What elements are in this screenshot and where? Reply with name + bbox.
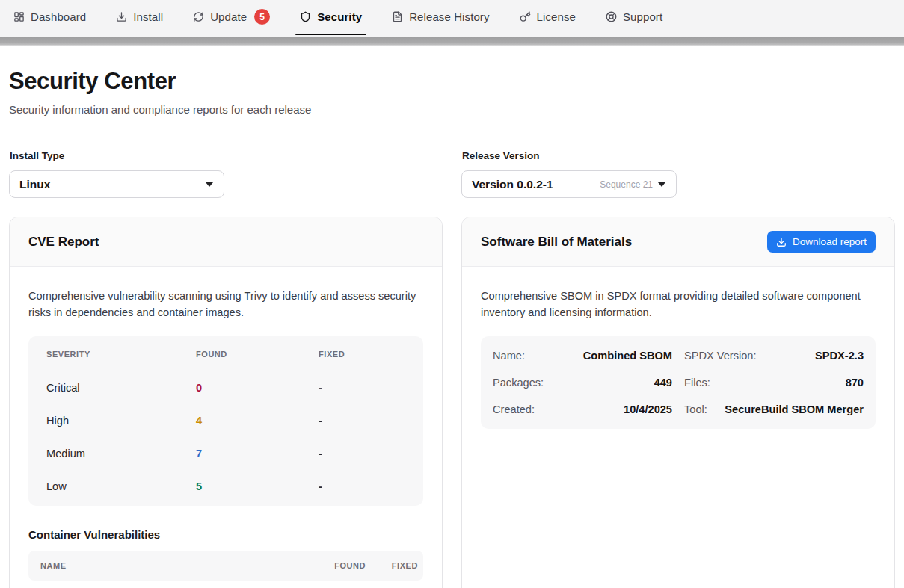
cve-card-title: CVE Report: [28, 235, 99, 250]
fixed-count: -: [319, 480, 405, 492]
found-column-header: FOUND: [196, 350, 319, 359]
detail-value: SecureBuild SBOM Merger: [725, 403, 864, 415]
nav-item-update[interactable]: Update 5: [188, 0, 274, 37]
sbom-detail-spdx-version: SPDX Version: SPDX-2.3: [684, 342, 864, 369]
nav-item-release-history[interactable]: Release History: [387, 0, 493, 37]
detail-label: Packages:: [493, 377, 544, 389]
top-navbar: Dashboard Install Update 5 Security: [0, 0, 904, 37]
release-version-filter: Release Version Version 0.0.2-1 Sequence…: [461, 150, 895, 198]
sbom-detail-tool: Tool: SecureBuild SBOM Merger: [684, 396, 864, 423]
nav-item-label: Install: [133, 10, 163, 23]
detail-value: 449: [654, 377, 672, 389]
release-version-select[interactable]: Version 0.0.2-1 Sequence 21: [461, 170, 677, 198]
page-subtitle: Security information and compliance repo…: [9, 103, 895, 116]
table-row-medium: Medium 7 -: [28, 437, 423, 470]
main-content: Security Center Security information and…: [0, 46, 904, 588]
cve-card-body: Comprehensive vulnerability scanning usi…: [10, 267, 442, 588]
refresh-icon: [193, 11, 204, 22]
nav-item-label: License: [537, 10, 576, 23]
fixed-column-header: FIXED: [319, 350, 405, 359]
sbom-card-body: Comprehensive SBOM in SPDX format provid…: [462, 267, 894, 451]
cve-report-card: CVE Report Comprehensive vulnerability s…: [9, 217, 443, 588]
cards-row: CVE Report Comprehensive vulnerability s…: [9, 217, 895, 588]
sbom-description: Comprehensive SBOM in SPDX format provid…: [481, 288, 876, 321]
key-icon: [520, 11, 531, 22]
active-tab-underline: [295, 34, 366, 35]
cve-card-header: CVE Report: [10, 217, 442, 267]
detail-label: Files:: [684, 377, 710, 389]
severity-name: Low: [46, 480, 196, 492]
install-type-select[interactable]: Linux: [9, 170, 224, 198]
nav-item-support[interactable]: Support: [601, 0, 667, 37]
sbom-detail-packages: Packages: 449: [493, 369, 672, 396]
page-title: Security Center: [9, 46, 895, 95]
layout-dashboard-icon: [13, 11, 25, 22]
found-column-header: FOUND: [306, 561, 366, 570]
sbom-detail-name: Name: Combined SBOM: [493, 342, 672, 369]
file-text-icon: [392, 11, 403, 22]
download-icon: [116, 11, 127, 22]
detail-label: SPDX Version:: [684, 350, 757, 362]
install-type-filter: Install Type Linux: [9, 150, 443, 198]
release-version-label: Release Version: [462, 150, 894, 161]
found-count: 0: [196, 382, 319, 394]
detail-label: Tool:: [684, 403, 707, 415]
detail-value: SPDX-2.3: [815, 350, 864, 362]
severity-name: High: [46, 415, 196, 427]
nav-item-label: Update: [210, 10, 247, 23]
found-count: 7: [196, 448, 319, 459]
nav-item-label: Support: [623, 10, 662, 23]
container-table-header: NAME FOUND FIXED: [28, 551, 423, 581]
filters-row: Install Type Linux Release Version Versi…: [9, 150, 895, 198]
detail-value: Combined SBOM: [583, 350, 672, 362]
detail-value: 10/4/2025: [624, 403, 672, 415]
table-row-critical: Critical 0 -: [28, 371, 423, 404]
severity-table: SEVERITY FOUND FIXED Critical 0 - High 4…: [28, 336, 423, 506]
sbom-card-header: Software Bill of Materials Download repo…: [462, 217, 894, 267]
found-count: 4: [196, 415, 319, 427]
table-row-low: Low 5 -: [28, 470, 423, 503]
container-vulnerabilities-title: Container Vulnerabilities: [28, 528, 423, 541]
install-type-value: Linux: [19, 178, 50, 191]
sbom-detail-files: Files: 870: [684, 369, 864, 396]
sbom-card: Software Bill of Materials Download repo…: [461, 217, 895, 588]
fixed-count: -: [319, 448, 405, 459]
release-version-value: Version 0.0.2-1: [472, 178, 553, 191]
sbom-card-title: Software Bill of Materials: [481, 235, 632, 250]
chevron-down-icon: [206, 182, 213, 187]
nav-item-dashboard[interactable]: Dashboard: [9, 0, 90, 37]
nav-item-label: Dashboard: [31, 10, 86, 23]
download-icon: [776, 237, 787, 247]
severity-name: Critical: [46, 382, 196, 394]
fixed-count: -: [319, 382, 405, 394]
nav-item-install[interactable]: Install: [111, 0, 167, 37]
severity-column-header: SEVERITY: [46, 350, 196, 359]
life-buoy-icon: [606, 11, 617, 22]
fixed-column-header: FIXED: [366, 561, 418, 570]
nav-item-license[interactable]: License: [515, 0, 580, 37]
navbar-shadow: [0, 37, 904, 46]
install-type-label: Install Type: [10, 150, 442, 161]
shield-icon: [300, 11, 311, 22]
sbom-detail-created: Created: 10/4/2025: [493, 396, 672, 423]
chevron-down-icon: [658, 182, 665, 187]
found-count: 5: [196, 480, 319, 492]
download-button-label: Download report: [793, 236, 867, 247]
severity-table-header: SEVERITY FOUND FIXED: [28, 336, 423, 371]
download-report-button[interactable]: Download report: [767, 231, 876, 253]
severity-name: Medium: [46, 448, 196, 459]
table-row-high: High 4 -: [28, 404, 423, 437]
detail-label: Created:: [493, 403, 535, 415]
cve-description: Comprehensive vulnerability scanning usi…: [28, 288, 423, 321]
release-sequence-label: Sequence 21: [600, 179, 653, 190]
sbom-details-panel: Name: Combined SBOM SPDX Version: SPDX-2…: [481, 336, 876, 429]
name-column-header: NAME: [40, 561, 306, 570]
update-count-badge: 5: [254, 9, 270, 25]
nav-item-security[interactable]: Security: [295, 0, 366, 37]
detail-value: 870: [846, 377, 864, 389]
fixed-count: -: [319, 415, 405, 427]
nav-item-label: Release History: [409, 10, 489, 23]
detail-label: Name:: [493, 350, 525, 362]
nav-item-label: Security: [317, 10, 362, 23]
